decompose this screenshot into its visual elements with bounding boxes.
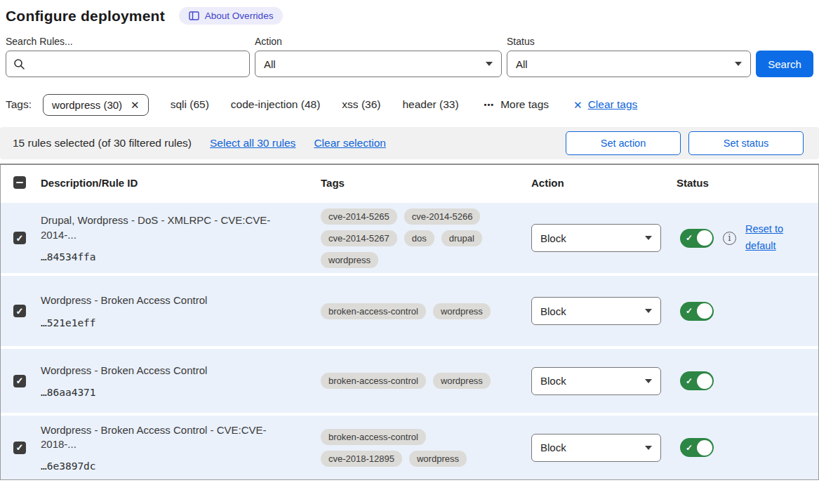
rule-description: Wordpress - Broken Access Control (41, 364, 301, 378)
rule-action-value: Block (540, 375, 566, 387)
rule-action-value: Block (540, 232, 566, 244)
row-checkbox[interactable]: ✓ (13, 442, 26, 454)
rule-description: Wordpress - Broken Access Control - CVE:… (41, 423, 301, 452)
rule-action-select[interactable]: Block (531, 434, 661, 462)
bulk-action-buttons: Set action Set status (566, 131, 804, 155)
toggle-knob (697, 230, 712, 246)
select-all-link[interactable]: Select all 30 rules (210, 137, 295, 150)
rule-tags: cve-2014-5265 cve-2014-5266 cve-2014-526… (321, 208, 502, 268)
search-button[interactable]: Search (756, 51, 813, 77)
rule-status-toggle[interactable]: ✓ (680, 371, 714, 390)
search-rules-label: Search Rules... (6, 36, 250, 47)
search-filter: Search Rules... (6, 36, 250, 77)
row-checkbox[interactable]: ✓ (13, 305, 26, 317)
chevron-down-icon (645, 309, 652, 313)
status-select[interactable]: All (507, 51, 751, 77)
table-row: ✓ Wordpress - Broken Access Control …86a… (1, 346, 818, 413)
rule-id: …521e1eff (41, 317, 301, 329)
rule-status-toggle[interactable]: ✓ (680, 229, 714, 248)
set-status-button[interactable]: Set status (688, 131, 804, 155)
rule-description: Drupal, Wordpress - DoS - XMLRPC - CVE:C… (41, 213, 301, 242)
book-icon (189, 11, 199, 20)
rule-action-value: Block (540, 442, 566, 453)
rule-tag: broken-access-control (321, 303, 426, 319)
action-label: Action (255, 36, 502, 47)
tag-option-sqli[interactable]: sqli (65) (171, 98, 209, 111)
chevron-down-icon (645, 379, 652, 383)
rule-id: …84534ffa (41, 251, 301, 263)
check-icon: ✓ (16, 234, 24, 243)
page-header: Configure deployment About Overrides (6, 7, 813, 25)
check-icon: ✓ (16, 376, 24, 385)
status-select-value: All (516, 58, 528, 70)
chevron-down-icon (735, 62, 742, 66)
clear-tags-link[interactable]: ✕ Clear tags (573, 98, 637, 111)
action-select-value: All (264, 58, 276, 70)
tag-option-xss[interactable]: xss (36) (342, 98, 380, 111)
rule-tags: broken-access-control wordpress (321, 303, 502, 319)
toggle-knob (697, 303, 712, 319)
rule-tag: broken-access-control (321, 429, 426, 445)
tags-bar: Tags: wordpress (30) ✕ sqli (65) code-in… (6, 91, 813, 118)
close-icon: ✕ (573, 100, 582, 110)
select-all-checkbox[interactable] (13, 176, 26, 189)
status-label: Status (507, 36, 751, 47)
clear-tags-label: Clear tags (588, 98, 638, 111)
chevron-down-icon (645, 236, 652, 240)
search-rules-input[interactable] (31, 58, 242, 71)
rule-tag: drupal (441, 230, 482, 246)
check-icon: ✓ (16, 443, 24, 452)
rule-tag: wordpress (409, 451, 467, 467)
selected-tag-wordpress[interactable]: wordpress (30) ✕ (43, 94, 149, 116)
rule-action-value: Block (540, 305, 566, 317)
rule-action-select[interactable]: Block (531, 297, 661, 325)
check-icon: ✓ (16, 307, 24, 316)
selected-tag-label: wordpress (30) (52, 99, 122, 111)
table-row: ✓ Wordpress - Broken Access Control - CV… (1, 413, 818, 479)
status-filter: Status All (507, 36, 751, 77)
selection-bar: 15 rules selected (of 30 filtered rules)… (0, 127, 819, 159)
rule-tag: wordpress (433, 373, 491, 389)
tag-option-header[interactable]: header (33) (402, 98, 458, 111)
table-header-row: Description/Rule ID Tags Action Status (1, 165, 818, 200)
row-checkbox[interactable]: ✓ (13, 232, 26, 244)
column-header-status: Status (677, 177, 818, 189)
tag-option-code-injection[interactable]: code-injection (48) (231, 98, 321, 111)
rule-tag: dos (404, 230, 434, 246)
clear-selection-link[interactable]: Clear selection (314, 137, 386, 150)
more-tags-label: More tags (500, 98, 549, 111)
rule-action-select[interactable]: Block (531, 224, 661, 252)
ellipsis-icon: ••• (484, 100, 495, 109)
rule-id: …6e3897dc (41, 460, 301, 472)
rule-action-select[interactable]: Block (531, 367, 661, 395)
check-icon: ✓ (686, 443, 693, 453)
rule-tag: broken-access-control (321, 373, 426, 389)
rule-status-toggle[interactable]: ✓ (680, 302, 714, 321)
rule-id: …86aa4371 (41, 387, 301, 398)
reset-to-default-link[interactable]: Reset to default (745, 221, 790, 255)
rule-tags: broken-access-control wordpress (321, 373, 502, 389)
about-overrides-badge[interactable]: About Overrides (179, 7, 284, 25)
close-icon[interactable]: ✕ (131, 100, 140, 110)
info-icon[interactable]: i (723, 232, 736, 245)
rule-tags: broken-access-control cve-2018-12895 wor… (321, 429, 502, 467)
set-action-button[interactable]: Set action (566, 131, 681, 155)
action-select[interactable]: All (255, 51, 502, 77)
page-title: Configure deployment (6, 8, 165, 25)
configure-deployment-page: Configure deployment About Overrides Sea… (0, 7, 819, 480)
row-checkbox[interactable]: ✓ (13, 375, 26, 387)
rule-status-toggle[interactable]: ✓ (680, 438, 714, 457)
more-tags-button[interactable]: ••• More tags (484, 98, 549, 111)
rule-tag: wordpress (321, 252, 378, 268)
search-box (6, 51, 250, 77)
check-icon: ✓ (686, 376, 693, 386)
rule-tag: cve-2014-5266 (404, 208, 481, 225)
tags-label: Tags: (6, 98, 32, 111)
filters-bar: Search Rules... Action All Status All (6, 36, 813, 77)
about-overrides-label: About Overrides (205, 11, 274, 21)
chevron-down-icon (645, 446, 652, 450)
rule-tag: wordpress (433, 303, 491, 319)
indeterminate-icon (16, 182, 23, 184)
rule-description: Wordpress - Broken Access Control (41, 293, 301, 307)
column-header-description: Description/Rule ID (41, 177, 321, 189)
